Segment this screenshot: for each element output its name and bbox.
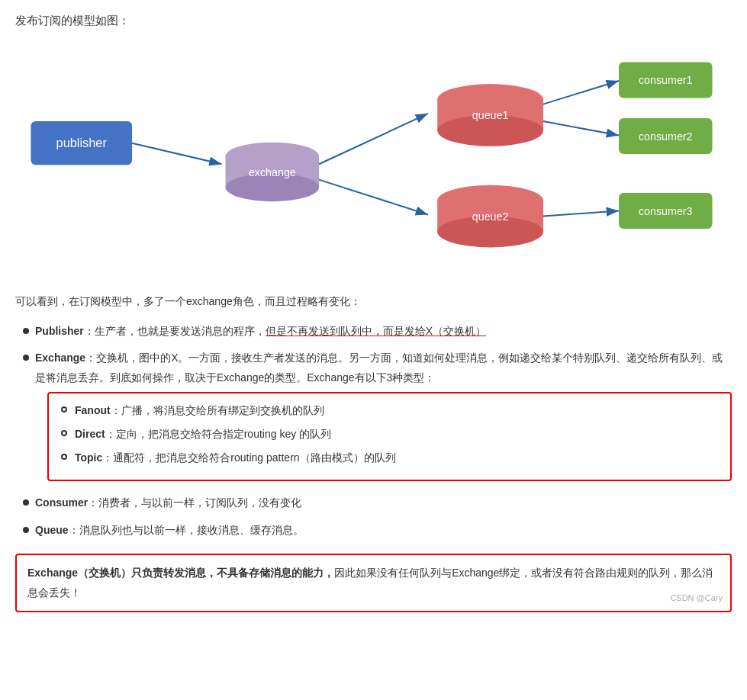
consumer-text: Consumer：消费者，与以前一样，订阅队列，没有变化: [35, 493, 732, 512]
topic-text: Topic：通配符，把消息交给符合routing pattern（路由模式）的队…: [75, 448, 396, 467]
queue2-label: queue2: [472, 210, 509, 223]
consumer-label-text: Consumer: [35, 496, 88, 509]
exchange-types-list: Fanout：广播，将消息交给所有绑定到交换机的队列 Direct：定向，把消息…: [61, 401, 718, 468]
list-item-consumer: Consumer：消费者，与以前一样，订阅队列，没有变化: [23, 493, 732, 512]
topic-item: Topic：通配符，把消息交给符合routing pattern（路由模式）的队…: [61, 448, 718, 467]
queue-text: Queue：消息队列也与以前一样，接收消息、缓存消息。: [35, 521, 732, 540]
bottom-warning: Exchange（交换机）只负责转发消息，不具备存储消息的能力，因此如果没有任何…: [15, 554, 732, 612]
publisher-label-text: Publisher: [35, 325, 84, 337]
bullet-dot-exchange: [23, 355, 29, 361]
list-item-queue: Queue：消息队列也与以前一样，接收消息、缓存消息。: [23, 521, 732, 540]
exchange-text: Exchange：交换机，图中的X。一方面，接收生产者发送的消息。另一方面，知道…: [35, 348, 732, 486]
publisher-text: Publisher：生产者，也就是要发送消息的程序，但是不再发送到队列中，而是发…: [35, 322, 732, 341]
diagram-svg: publisher exchange queue1 queue2 consume: [15, 42, 732, 271]
direct-text: Direct：定向，把消息交给符合指定routing key 的队列: [75, 425, 331, 444]
consumer1-label: consumer1: [639, 74, 693, 86]
warning-bold: Exchange（交换机）只负责转发消息，不具备存储消息的能力，: [27, 567, 334, 579]
arrow-pub-exchange: [132, 143, 221, 165]
bullet-dot-consumer: [23, 499, 29, 506]
queue-label-text: Queue: [35, 524, 69, 536]
queue1-label: queue1: [472, 109, 509, 121]
arrow-q1-c2: [543, 121, 619, 135]
diagram-container: publisher exchange queue1 queue2 consume: [15, 42, 732, 271]
direct-item: Direct：定向，把消息交给符合指定routing key 的队列: [61, 425, 718, 444]
bullet-list: Publisher：生产者，也就是要发送消息的程序，但是不再发送到队列中，而是发…: [15, 322, 732, 540]
bullet-dot-queue: [23, 527, 29, 533]
exchange-label-text: Exchange: [35, 352, 85, 364]
publisher-label: publisher: [56, 136, 108, 149]
fanout-dot: [61, 406, 67, 413]
bullet-dot-publisher: [23, 328, 29, 334]
direct-dot: [61, 430, 67, 436]
fanout-text: Fanout：广播，将消息交给所有绑定到交换机的队列: [75, 401, 324, 420]
publisher-underline: 但是不再发送到队列中，而是发给X（交换机）: [266, 325, 486, 337]
intro-text: 可以看到，在订阅模型中，多了一个exchange角色，而且过程略有变化：: [15, 292, 732, 311]
page-title: 发布订阅的模型如图：: [15, 14, 732, 28]
consumer2-label: consumer2: [639, 130, 693, 143]
arrow-ex-q2: [319, 180, 428, 215]
exchange-types-box: Fanout：广播，将消息交给所有绑定到交换机的队列 Direct：定向，把消息…: [47, 392, 732, 482]
exchange-label: exchange: [249, 166, 296, 178]
arrow-q2-c3: [543, 210, 619, 216]
list-item-publisher: Publisher：生产者，也就是要发送消息的程序，但是不再发送到队列中，而是发…: [23, 322, 732, 341]
csdn-watermark: CSDN @Cary: [670, 590, 723, 606]
topic-dot: [61, 454, 67, 460]
consumer3-label: consumer3: [639, 205, 693, 217]
fanout-item: Fanout：广播，将消息交给所有绑定到交换机的队列: [61, 401, 718, 420]
arrow-q1-c1: [543, 81, 619, 104]
list-item-exchange: Exchange：交换机，图中的X。一方面，接收生产者发送的消息。另一方面，知道…: [23, 348, 732, 486]
arrow-ex-q1: [319, 114, 428, 164]
